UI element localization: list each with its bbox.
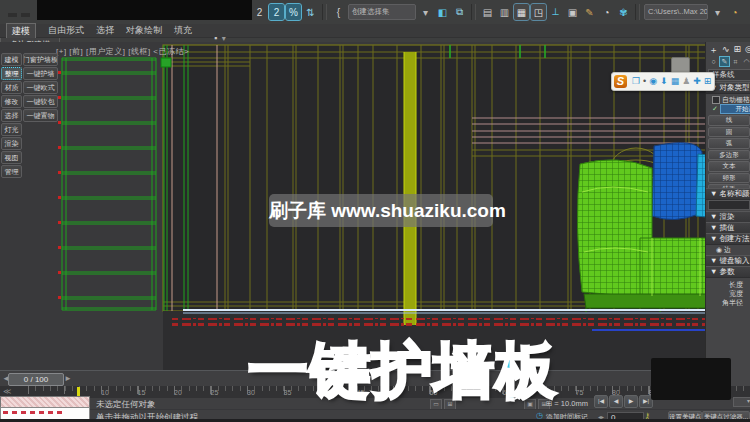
panel-mode-icon[interactable]: ＋ [709, 44, 718, 57]
rollout-creation-method[interactable]: ▼ 创建方法 [706, 233, 750, 245]
shape-button[interactable]: 卵形 [708, 173, 750, 184]
sidebar-category-button[interactable]: 视图 [1, 151, 22, 164]
censored-menubar-region [37, 0, 252, 20]
align-icon[interactable]: ⧉ [452, 4, 467, 20]
snaps-toggle-icon[interactable]: 2 [252, 4, 267, 20]
plugin-toolbar-icons: ❐•◉⬇▦♟✚⊞ [632, 74, 711, 89]
sidebar-category-button[interactable]: 材质 [1, 81, 22, 94]
rollout-parameters[interactable]: ▼ 参数 [706, 266, 750, 278]
sidebar-col2: 门窗护墙板一键护墙一键欧式一键软包一键置物 [23, 53, 58, 122]
ribbon-tabs: 建模自由形式选择对象绘制填充 [0, 24, 750, 38]
watermark: 刷子库 www.shuaziku.com [269, 194, 493, 227]
shape-button[interactable]: 线 [708, 115, 750, 126]
time-slider-handle[interactable]: 0 / 100 [8, 373, 64, 386]
shape-category-icon[interactable]: ○ [709, 57, 718, 66]
curve-editor-icon[interactable]: ◳ [531, 4, 546, 20]
playback-button[interactable]: ▶ [624, 395, 638, 408]
toolbar-separator [635, 4, 640, 20]
toolbar-fragment [8, 13, 17, 17]
parameter-label: 长度 [706, 280, 743, 289]
plugin-model-icon[interactable]: ♟ [682, 74, 690, 89]
shape-category-icon[interactable]: ◠ [742, 57, 750, 66]
sidebar-category-button[interactable]: 建模 [1, 53, 22, 66]
creation-method-radio-edge[interactable]: ◉ 边 [716, 245, 750, 255]
viewport-label[interactable]: [+] [前] [用户定义] [线框] <已冻结> [56, 46, 189, 57]
panel-mode-icon[interactable]: ⊞ [734, 44, 742, 57]
mirror-icon[interactable]: ◧ [435, 4, 450, 20]
censored-bottom-right-region [651, 358, 731, 400]
percent-snap-icon[interactable]: % [286, 4, 301, 20]
sidebar-category-button[interactable]: 渲染 [1, 137, 22, 150]
render-setup-icon[interactable]: ✎ [582, 4, 597, 20]
sidebar-tool-button[interactable]: 一键护墙 [23, 67, 58, 80]
shape-category-icon[interactable]: ⌗ [731, 57, 740, 66]
sidebar-category-button[interactable]: 灯光 [1, 123, 22, 136]
ribbon-tab[interactable]: 填充 [174, 24, 192, 37]
object-name-field[interactable] [708, 200, 750, 210]
shuaziku-logo-icon[interactable]: S [614, 75, 627, 88]
spinner-snap-icon[interactable]: ⇅ [303, 4, 318, 20]
sidebar-category-button[interactable]: 管理 [1, 165, 22, 178]
sidebar-category-button[interactable]: 选择 [1, 109, 22, 122]
plugin-panel-icon[interactable]: ❐ [632, 74, 640, 89]
angle-snap-icon[interactable]: 2 [269, 4, 284, 20]
sidebar-tool-button[interactable]: 一键置物 [23, 109, 58, 122]
toolbar-fragment [21, 13, 30, 17]
plugin-download-icon[interactable]: ⬇ [660, 74, 668, 89]
toolbar-separator [471, 4, 476, 20]
selected-yellow-panel[interactable] [404, 52, 416, 325]
shape-button[interactable]: 多边形 [708, 150, 750, 161]
rollout-name-color[interactable]: ▼ 名称和颜色 [706, 188, 750, 200]
layer-explorer-icon[interactable]: ▥ [497, 4, 512, 20]
ribbon-tab[interactable]: 对象绘制 [126, 24, 162, 37]
shape-button[interactable]: 圆 [708, 127, 750, 138]
playback-button[interactable]: |◀ [594, 395, 608, 408]
render-preset-icon[interactable]: ◔ [727, 4, 742, 20]
render-icon[interactable]: ✾ [616, 4, 631, 20]
project-folder-dropdown[interactable]: C:\Users\..Max 2020 [644, 4, 708, 20]
plugin-dot-icon[interactable]: • [643, 74, 646, 89]
sidebar-tool-button[interactable]: 门窗护墙板 [23, 53, 58, 66]
shape-category-icons: ○✎⌗◠☆▦✳ [706, 57, 750, 66]
material-editor-icon[interactable]: ▣ [565, 4, 580, 20]
schematic-view-icon[interactable]: ⟂ [548, 4, 563, 20]
toolbar-separator [322, 4, 327, 20]
ribbon-more-icon[interactable]: ▪ ▾ [214, 27, 226, 45]
start-new-shape-checkbox[interactable]: ✓ 开始新图形 [712, 104, 750, 114]
app: 22%⇅{创建选择集▾◧⧉▤▥▦◳⟂▣✎◔✾C:\Users\..Max 202… [0, 0, 750, 422]
ribbon-tab[interactable]: 建模 [6, 23, 36, 39]
shape-button[interactable]: 弧 [708, 138, 750, 149]
dropdown-arrow-icon[interactable]: ▾ [710, 4, 725, 20]
playback-button[interactable]: ◀ [609, 395, 623, 408]
frame-number: 75 [576, 389, 584, 396]
plugin-add-icon[interactable]: ✚ [693, 74, 701, 89]
sidebar-tool-button[interactable]: 一键欧式 [23, 81, 58, 94]
scene-explorer-icon[interactable]: ▤ [480, 4, 495, 20]
shape-button[interactable]: 文本 [708, 161, 750, 172]
command-panel-tabs: ＋∿⊞◎▤✱ [706, 44, 750, 57]
parameter-label: 宽度 [706, 289, 743, 298]
plugin-grid-icon[interactable]: ⊞ [704, 74, 712, 89]
edit-named-selection-icon[interactable]: { [331, 4, 346, 20]
named-selection-set-dropdown[interactable]: 创建选择集 [348, 4, 416, 20]
sidebar-col1: 建模整理材质修改选择灯光渲染视图管理 [1, 53, 22, 178]
ribbon-toggle-icon[interactable]: ▦ [514, 4, 529, 20]
sidebar-tool-button[interactable]: 一键软包 [23, 95, 58, 108]
rendered-frame-icon[interactable]: ◔ [599, 4, 614, 20]
time-slider-right-arrow[interactable]: ► [64, 374, 72, 383]
ribbon-tab[interactable]: 选择 [96, 24, 114, 37]
dropdown-arrow-icon[interactable]: ▾ [418, 4, 433, 20]
plugin-target-icon[interactable]: ◉ [649, 74, 657, 89]
sidebar-category-button[interactable]: 整理 [1, 67, 22, 80]
frame-number: 15 [138, 389, 146, 396]
main-toolbar-icons: 22%⇅{创建选择集▾◧⧉▤▥▦◳⟂▣✎◔✾C:\Users\..Max 202… [252, 2, 750, 22]
render-iterative-icon[interactable]: ◔ [744, 4, 750, 20]
shape-category-icon[interactable]: ✎ [720, 57, 729, 66]
panel-mode-icon[interactable]: ∿ [722, 44, 730, 57]
ribbon-tab[interactable]: 自由形式 [48, 24, 84, 37]
frame-number: 25 [211, 389, 219, 396]
panel-mode-icon[interactable]: ◎ [745, 44, 750, 57]
time-config-dropdown[interactable]: ▾ [733, 397, 750, 407]
sidebar-category-button[interactable]: 修改 [1, 95, 22, 108]
plugin-library-icon[interactable]: ▦ [671, 74, 680, 89]
